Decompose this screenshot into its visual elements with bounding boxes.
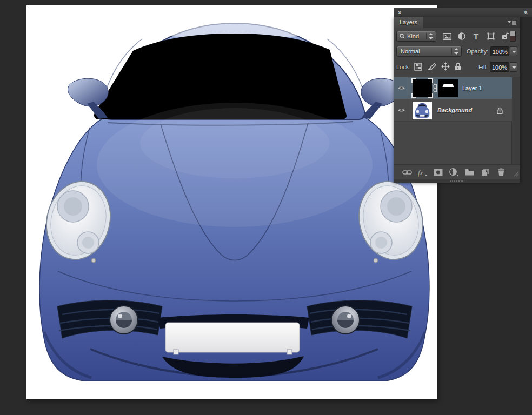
adjustment-layer-filter-icon[interactable]: [457, 32, 466, 41]
drag-grip-dots: [450, 180, 463, 182]
car-photo: [26, 5, 437, 399]
layer-filter-icons: T: [442, 32, 510, 41]
visibility-eye-icon[interactable]: [394, 77, 409, 99]
blend-row: Normal Opacity: 100%: [394, 45, 520, 57]
layer-thumbnail[interactable]: [413, 102, 432, 119]
layer-effects-icon[interactable]: fx: [415, 167, 430, 178]
layer-locked-icon: [497, 107, 503, 114]
panel-dock-header: × «: [394, 8, 532, 17]
selection-corner: [411, 93, 416, 98]
layer-mask-thumbnail[interactable]: [438, 79, 458, 97]
new-group-icon[interactable]: [462, 167, 477, 178]
fill-label: Fill:: [478, 64, 488, 70]
opacity-dropdown-icon[interactable]: [510, 46, 517, 56]
blend-mode-value: Normal: [401, 48, 420, 55]
lock-row: Lock:: [394, 61, 520, 73]
tab-layers[interactable]: Layers: [394, 17, 423, 28]
filter-toggle-switch[interactable]: [510, 31, 516, 42]
layer-name[interactable]: Background: [437, 107, 472, 113]
layer-row-background[interactable]: Background: [394, 99, 512, 122]
new-adjustment-layer-icon[interactable]: [446, 167, 462, 178]
panel-menu-icon[interactable]: [507, 20, 517, 25]
collapse-to-icons-icon[interactable]: «: [524, 8, 527, 16]
lock-transparency-icon[interactable]: [414, 63, 422, 72]
layer-row-layer-1[interactable]: Layer 1: [394, 77, 512, 99]
fill-input[interactable]: 100%: [490, 62, 509, 72]
lock-buttons: [414, 62, 461, 72]
layers-scroll-gutter[interactable]: [511, 77, 520, 164]
panel-tab-bar: Layers: [394, 17, 520, 28]
mask-link-icon[interactable]: [432, 84, 438, 92]
shape-layer-filter-icon[interactable]: [486, 32, 495, 41]
blend-mode-dropdown[interactable]: Normal: [396, 46, 462, 57]
photoshop-workspace: × « Layers: [0, 0, 532, 415]
type-layer-filter-icon[interactable]: T: [471, 32, 481, 41]
search-icon: [400, 34, 405, 39]
layer-thumbnail[interactable]: [413, 79, 432, 97]
panel-resize-grip[interactable]: [513, 170, 519, 178]
visibility-eye-icon[interactable]: [394, 99, 409, 121]
layers-panel: Layers Kind: [394, 17, 520, 182]
new-layer-icon[interactable]: [477, 167, 493, 178]
lock-label: Lock:: [396, 64, 410, 70]
add-layer-mask-icon[interactable]: [430, 167, 446, 178]
layer-filter-row: Kind: [394, 28, 520, 42]
opacity-input[interactable]: 100%: [490, 46, 509, 56]
layers-list: Layer 1: [394, 77, 520, 165]
panel-height-drag-handle[interactable]: [394, 179, 520, 183]
document-canvas[interactable]: [26, 5, 437, 399]
fill-dropdown-icon[interactable]: [510, 62, 517, 72]
opacity-label: Opacity:: [467, 48, 488, 55]
link-layers-icon[interactable]: [399, 167, 415, 178]
filter-kind-label: Kind: [407, 33, 419, 39]
selection-corner: [428, 93, 433, 98]
dropdown-arrows-icon: [426, 33, 433, 39]
smart-object-filter-icon[interactable]: [501, 32, 510, 41]
svg-text:T: T: [474, 33, 479, 40]
pixel-layer-filter-icon[interactable]: [442, 32, 451, 41]
layer-name[interactable]: Layer 1: [462, 85, 482, 91]
filter-kind-dropdown[interactable]: Kind: [396, 31, 436, 42]
selection-corner: [411, 78, 416, 83]
svg-text:fx: fx: [418, 169, 423, 177]
delete-layer-icon[interactable]: [493, 167, 509, 178]
close-panel-icon[interactable]: ×: [398, 8, 401, 17]
lock-all-icon[interactable]: [455, 63, 461, 72]
lock-position-icon[interactable]: [441, 62, 450, 72]
lock-pixels-icon[interactable]: [427, 63, 436, 72]
dropdown-arrows-icon: [451, 48, 458, 55]
layers-panel-footer: fx: [394, 165, 520, 179]
selection-corner: [428, 78, 433, 83]
